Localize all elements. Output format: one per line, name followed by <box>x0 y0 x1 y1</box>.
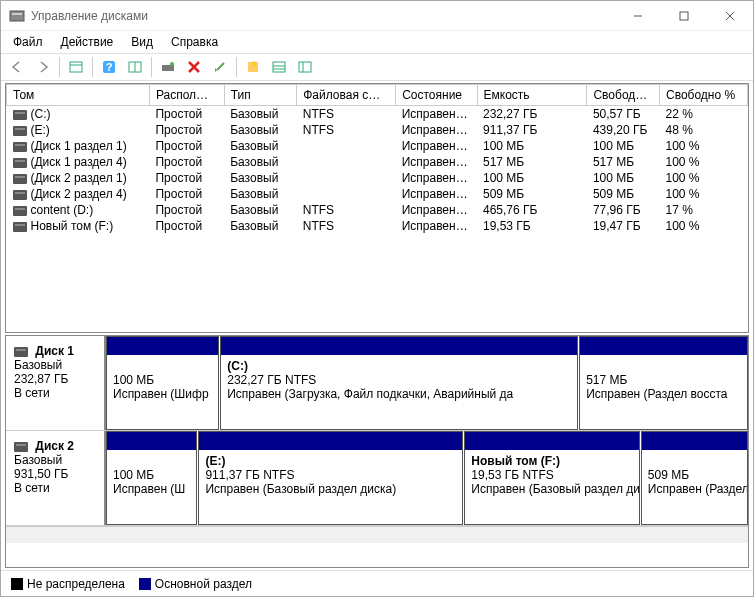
volume-icon <box>13 206 27 216</box>
col-header-volume[interactable]: Том <box>7 85 150 106</box>
col-header-layout[interactable]: Распол… <box>149 85 224 106</box>
back-button[interactable] <box>5 55 29 79</box>
col-header-free[interactable]: Свобод… <box>587 85 660 106</box>
partition-header <box>107 432 196 450</box>
volume-icon <box>13 174 27 184</box>
partition-header <box>107 337 218 355</box>
partition-header <box>221 337 577 355</box>
col-header-status[interactable]: Состояние <box>396 85 477 106</box>
menu-view[interactable]: Вид <box>123 33 161 51</box>
app-icon <box>9 8 25 24</box>
toolbar: ? <box>1 53 753 81</box>
partition[interactable]: 509 МБИсправен (Раздел <box>641 431 748 525</box>
volume-row[interactable]: content (D:)ПростойБазовыйNTFSИсправен…4… <box>7 202 748 218</box>
delete-button[interactable] <box>182 55 206 79</box>
graphical-view[interactable]: Диск 1Базовый232,87 ГБВ сети 100 МБИспра… <box>5 335 749 568</box>
forward-button[interactable] <box>31 55 55 79</box>
volume-table: ТомРаспол…ТипФайловая с…СостояниеЕмкость… <box>6 84 748 234</box>
volume-row[interactable]: (C:)ПростойБазовыйNTFSИсправен…232,27 ГБ… <box>7 106 748 123</box>
col-header-fs[interactable]: Файловая с… <box>297 85 396 106</box>
volume-icon <box>13 110 27 120</box>
settings-button[interactable] <box>123 55 147 79</box>
disk-label[interactable]: Диск 1Базовый232,87 ГБВ сети <box>6 336 106 430</box>
disk-icon <box>14 442 28 452</box>
disk-management-window: Управление дисками Файл Действие Вид Спр… <box>0 0 754 597</box>
minimize-button[interactable] <box>615 1 661 31</box>
svg-rect-19 <box>299 62 311 72</box>
legend: Не распределена Основной раздел <box>1 570 753 596</box>
disk-row: Диск 1Базовый232,87 ГБВ сети 100 МБИспра… <box>6 336 748 431</box>
partition-header <box>465 432 639 450</box>
menu-action[interactable]: Действие <box>53 33 122 51</box>
svg-rect-0 <box>10 11 24 21</box>
help-button[interactable]: ? <box>97 55 121 79</box>
volume-icon <box>13 158 27 168</box>
svg-line-14 <box>217 63 224 70</box>
svg-text:?: ? <box>106 61 113 73</box>
disk-row: Диск 2Базовый931,50 ГБВ сети 100 МБИспра… <box>6 431 748 526</box>
close-button[interactable] <box>707 1 753 31</box>
partition[interactable]: (C:)232,27 ГБ NTFSИсправен (Загрузка, Фа… <box>220 336 578 430</box>
partition[interactable]: 100 МБИсправен (Шифр <box>106 336 219 430</box>
svg-rect-6 <box>70 62 82 72</box>
legend-unallocated: Не распределена <box>11 577 125 591</box>
col-header-type[interactable]: Тип <box>224 85 297 106</box>
volume-row[interactable]: (Диск 1 раздел 1)ПростойБазовыйИсправен…… <box>7 138 748 154</box>
legend-primary: Основной раздел <box>139 577 252 591</box>
partition[interactable]: Новый том (F:)19,53 ГБ NTFSИсправен (Баз… <box>464 431 640 525</box>
show-hide-button[interactable] <box>64 55 88 79</box>
volume-row[interactable]: (E:)ПростойБазовыйNTFSИсправен…911,37 ГБ… <box>7 122 748 138</box>
menu-help[interactable]: Справка <box>163 33 226 51</box>
horizontal-scrollbar[interactable] <box>6 526 748 543</box>
refresh-button[interactable] <box>156 55 180 79</box>
volume-icon <box>13 190 27 200</box>
menu-file[interactable]: Файл <box>5 33 51 51</box>
col-header-capacity[interactable]: Емкость <box>477 85 587 106</box>
volume-table-container[interactable]: ТомРаспол…ТипФайловая с…СостояниеЕмкость… <box>5 83 749 333</box>
volume-icon <box>13 222 27 232</box>
disk-label[interactable]: Диск 2Базовый931,50 ГБВ сети <box>6 431 106 525</box>
partition[interactable]: 100 МБИсправен (Ш <box>106 431 197 525</box>
detail-view-button[interactable] <box>293 55 317 79</box>
volume-row[interactable]: Новый том (F:)ПростойБазовыйNTFSИсправен… <box>7 218 748 234</box>
partition-header <box>642 432 747 450</box>
maximize-button[interactable] <box>661 1 707 31</box>
window-title: Управление дисками <box>31 9 615 23</box>
partition[interactable]: (E:)911,37 ГБ NTFSИсправен (Базовый разд… <box>198 431 463 525</box>
volume-row[interactable]: (Диск 2 раздел 4)ПростойБазовыйИсправен…… <box>7 186 748 202</box>
list-view-button[interactable] <box>267 55 291 79</box>
svg-point-13 <box>170 62 174 66</box>
new-button[interactable] <box>241 55 265 79</box>
menubar: Файл Действие Вид Справка <box>1 31 753 53</box>
col-header-freepct[interactable]: Свободно % <box>659 85 747 106</box>
volume-row[interactable]: (Диск 1 раздел 4)ПростойБазовыйИсправен…… <box>7 154 748 170</box>
disk-icon <box>14 347 28 357</box>
properties-button[interactable] <box>208 55 232 79</box>
partition-header <box>199 432 462 450</box>
volume-icon <box>13 142 27 152</box>
titlebar[interactable]: Управление дисками <box>1 1 753 31</box>
partition[interactable]: 517 МБИсправен (Раздел восста <box>579 336 748 430</box>
volume-icon <box>13 126 27 136</box>
svg-rect-16 <box>273 62 285 72</box>
svg-rect-3 <box>680 12 688 20</box>
volume-row[interactable]: (Диск 2 раздел 1)ПростойБазовыйИсправен…… <box>7 170 748 186</box>
partition-header <box>580 337 747 355</box>
svg-rect-1 <box>12 13 22 15</box>
